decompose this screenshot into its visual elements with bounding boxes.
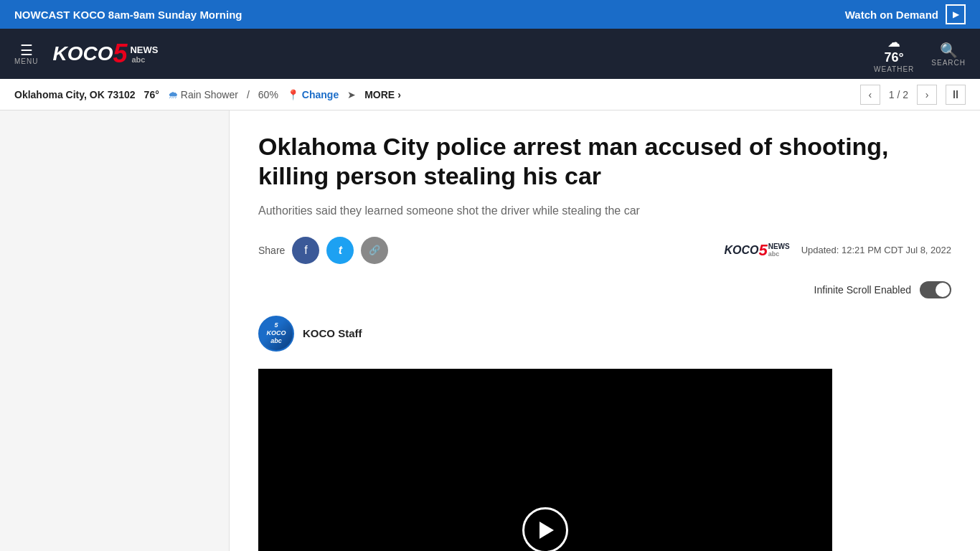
author-name: KOCO Staff bbox=[303, 327, 362, 339]
infinite-scroll-label: Infinite Scroll Enabled bbox=[814, 284, 911, 296]
menu-button[interactable]: ☰ MENU bbox=[14, 43, 38, 65]
koco-small-news-abc: NEWS abc bbox=[768, 242, 790, 258]
weather-temp: 76° bbox=[874, 50, 914, 65]
condition-area: 🌧 Rain Shower bbox=[168, 89, 238, 100]
author-avatar: 5KOCOabc bbox=[258, 316, 294, 352]
location-arrow-icon[interactable]: ➤ bbox=[347, 89, 356, 100]
article-title: Oklahoma City police arrest man accused … bbox=[258, 132, 951, 191]
site-logo[interactable]: KOCO 5 NEWS abc bbox=[52, 41, 158, 67]
avatar-text: 5KOCOabc bbox=[267, 321, 286, 344]
share-left: Share f t 🔗 bbox=[258, 237, 388, 264]
weather-widget[interactable]: ☁ 76° WEATHER bbox=[874, 34, 914, 73]
weather-bar-right: ‹ 1 / 2 › ⏸ bbox=[860, 85, 966, 105]
infinite-scroll-toggle[interactable] bbox=[920, 281, 951, 298]
search-icon: 🔍 bbox=[931, 42, 966, 59]
watch-play-button[interactable]: ▶ bbox=[946, 4, 966, 24]
content-area: Oklahoma City police arrest man accused … bbox=[230, 110, 980, 551]
more-label: MORE bbox=[364, 89, 395, 100]
change-location-link[interactable]: 📍 Change bbox=[287, 89, 339, 100]
weather-icon: ☁ bbox=[874, 34, 914, 50]
infinite-scroll-row: Infinite Scroll Enabled bbox=[258, 281, 951, 298]
logo-5-text: 5 bbox=[113, 41, 127, 67]
search-label: SEARCH bbox=[931, 59, 966, 67]
top-banner: NOWCAST KOCO 8am-9am Sunday Morning Watc… bbox=[0, 0, 980, 29]
koco-small-5: 5 bbox=[758, 241, 767, 260]
author-row: 5KOCOabc KOCO Staff bbox=[258, 316, 951, 352]
more-chevron-icon: › bbox=[397, 89, 401, 100]
share-row: Share f t 🔗 KOCO 5 NEWS abc Updated: 12:… bbox=[258, 237, 951, 264]
share-facebook-button[interactable]: f bbox=[292, 237, 319, 264]
condition-text: Rain Shower bbox=[181, 89, 238, 100]
video-player[interactable] bbox=[258, 369, 832, 551]
share-twitter-button[interactable]: t bbox=[326, 237, 354, 264]
video-play-button[interactable] bbox=[522, 507, 568, 551]
weather-next-button[interactable]: › bbox=[917, 85, 937, 105]
site-header: ☰ MENU KOCO 5 NEWS abc ☁ 76° WEATHER 🔍 S… bbox=[0, 29, 980, 79]
watch-on-demand[interactable]: Watch on Demand ▶ bbox=[845, 4, 966, 24]
weather-page-indicator: 1 / 2 bbox=[889, 89, 908, 100]
search-widget[interactable]: 🔍 SEARCH bbox=[931, 42, 966, 67]
weather-bar: Oklahoma City, OK 73102 76° 🌧 Rain Showe… bbox=[0, 79, 980, 110]
koco-small-abc-text: abc bbox=[768, 250, 790, 258]
koco-small-koco: KOCO bbox=[724, 244, 758, 257]
rain-icon: 🌧 bbox=[168, 89, 178, 100]
weather-bar-left: Oklahoma City, OK 73102 76° 🌧 Rain Showe… bbox=[14, 89, 849, 100]
weather-label: WEATHER bbox=[874, 65, 914, 73]
main-container: Oklahoma City police arrest man accused … bbox=[0, 110, 980, 551]
koco-logo-small: KOCO 5 NEWS abc bbox=[724, 241, 789, 260]
logo-koco-text: KOCO bbox=[52, 44, 113, 64]
precip-text: / bbox=[247, 89, 250, 100]
share-link-button[interactable]: 🔗 bbox=[361, 237, 388, 264]
toggle-knob bbox=[936, 283, 950, 297]
weather-prev-button[interactable]: ‹ bbox=[860, 85, 880, 105]
header-left: ☰ MENU KOCO 5 NEWS abc bbox=[14, 41, 158, 67]
header-right: ☁ 76° WEATHER 🔍 SEARCH bbox=[874, 34, 966, 73]
play-triangle-icon bbox=[540, 522, 554, 539]
article-subtitle: Authorities said they learned someone sh… bbox=[258, 202, 951, 220]
current-temp: 76° bbox=[144, 89, 159, 100]
hamburger-icon: ☰ bbox=[14, 43, 38, 57]
share-right: KOCO 5 NEWS abc Updated: 12:21 PM CDT Ju… bbox=[724, 241, 951, 260]
updated-text: Updated: 12:21 PM CDT Jul 8, 2022 bbox=[801, 245, 951, 255]
weather-pause-button[interactable]: ⏸ bbox=[946, 85, 966, 105]
logo-abc-text: abc bbox=[131, 55, 158, 64]
location-text: Oklahoma City, OK 73102 bbox=[14, 89, 136, 100]
precip-percent: 60% bbox=[258, 89, 278, 100]
menu-label: MENU bbox=[14, 57, 38, 65]
location-pin-icon: 📍 bbox=[287, 89, 299, 100]
logo-news-text: NEWS bbox=[130, 44, 158, 55]
sidebar bbox=[0, 110, 230, 551]
watch-on-demand-label: Watch on Demand bbox=[845, 9, 938, 21]
change-label: Change bbox=[302, 89, 339, 100]
share-label: Share bbox=[258, 245, 285, 256]
logo-news-abc: NEWS abc bbox=[128, 44, 158, 64]
koco-small-news-text: NEWS bbox=[768, 242, 790, 250]
more-button[interactable]: MORE › bbox=[364, 89, 401, 100]
nowcast-text: NOWCAST KOCO 8am-9am Sunday Morning bbox=[14, 9, 242, 21]
